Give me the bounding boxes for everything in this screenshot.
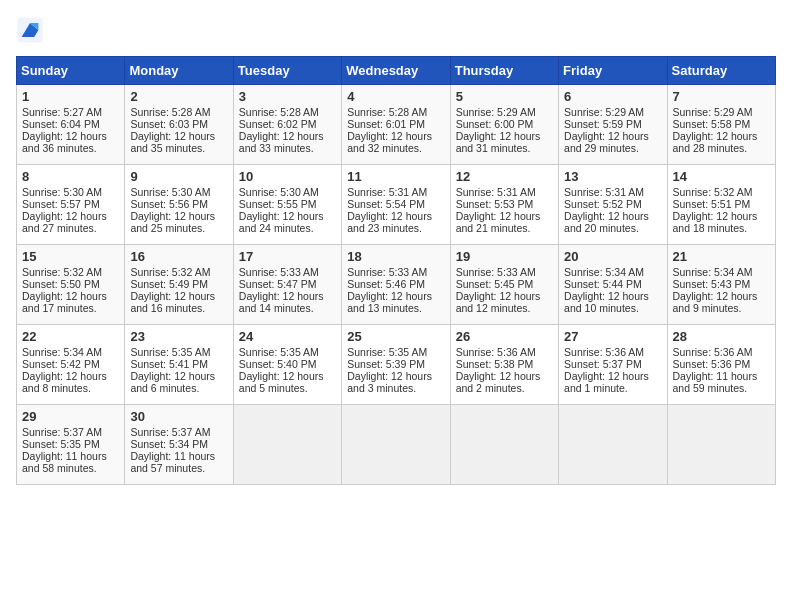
cell-line: Daylight: 12 hours	[456, 370, 553, 382]
day-number: 20	[564, 249, 661, 264]
cell-line: Sunset: 5:52 PM	[564, 198, 661, 210]
cell-line: and 17 minutes.	[22, 302, 119, 314]
cell-line: Sunrise: 5:28 AM	[239, 106, 336, 118]
day-number: 21	[673, 249, 770, 264]
cell-line: Daylight: 12 hours	[456, 210, 553, 222]
day-header-wednesday: Wednesday	[342, 57, 450, 85]
cell-line: Sunrise: 5:32 AM	[673, 186, 770, 198]
day-number: 26	[456, 329, 553, 344]
cell-line: Sunrise: 5:29 AM	[673, 106, 770, 118]
cell-line: Sunrise: 5:33 AM	[347, 266, 444, 278]
cell-line: Daylight: 12 hours	[239, 210, 336, 222]
cell-line: Sunrise: 5:35 AM	[130, 346, 227, 358]
cell-line: and 10 minutes.	[564, 302, 661, 314]
calendar-cell: 22Sunrise: 5:34 AMSunset: 5:42 PMDayligh…	[17, 325, 125, 405]
cell-line: Sunset: 5:51 PM	[673, 198, 770, 210]
calendar-cell: 11Sunrise: 5:31 AMSunset: 5:54 PMDayligh…	[342, 165, 450, 245]
calendar-cell: 26Sunrise: 5:36 AMSunset: 5:38 PMDayligh…	[450, 325, 558, 405]
cell-line: Daylight: 12 hours	[564, 130, 661, 142]
calendar-cell: 3Sunrise: 5:28 AMSunset: 6:02 PMDaylight…	[233, 85, 341, 165]
cell-line: and 27 minutes.	[22, 222, 119, 234]
cell-line: Daylight: 12 hours	[130, 370, 227, 382]
day-number: 8	[22, 169, 119, 184]
cell-line: Sunrise: 5:35 AM	[347, 346, 444, 358]
calendar-cell	[667, 405, 775, 485]
cell-line: Sunset: 6:02 PM	[239, 118, 336, 130]
cell-line: Sunrise: 5:36 AM	[456, 346, 553, 358]
day-number: 27	[564, 329, 661, 344]
cell-line: Sunset: 5:39 PM	[347, 358, 444, 370]
cell-line: and 57 minutes.	[130, 462, 227, 474]
day-number: 5	[456, 89, 553, 104]
day-number: 2	[130, 89, 227, 104]
cell-line: Sunrise: 5:28 AM	[130, 106, 227, 118]
day-header-monday: Monday	[125, 57, 233, 85]
logo	[16, 16, 48, 44]
cell-line: Sunset: 5:58 PM	[673, 118, 770, 130]
cell-line: Sunrise: 5:29 AM	[456, 106, 553, 118]
cell-line: Daylight: 12 hours	[130, 290, 227, 302]
calendar-cell: 29Sunrise: 5:37 AMSunset: 5:35 PMDayligh…	[17, 405, 125, 485]
day-number: 12	[456, 169, 553, 184]
cell-line: Sunset: 5:45 PM	[456, 278, 553, 290]
cell-line: Sunset: 5:44 PM	[564, 278, 661, 290]
cell-line: and 28 minutes.	[673, 142, 770, 154]
day-number: 17	[239, 249, 336, 264]
cell-line: Sunset: 5:43 PM	[673, 278, 770, 290]
cell-line: Sunset: 5:47 PM	[239, 278, 336, 290]
cell-line: Daylight: 12 hours	[673, 290, 770, 302]
day-header-thursday: Thursday	[450, 57, 558, 85]
cell-line: and 2 minutes.	[456, 382, 553, 394]
calendar-cell: 14Sunrise: 5:32 AMSunset: 5:51 PMDayligh…	[667, 165, 775, 245]
calendar-cell: 24Sunrise: 5:35 AMSunset: 5:40 PMDayligh…	[233, 325, 341, 405]
cell-line: and 18 minutes.	[673, 222, 770, 234]
cell-line: and 23 minutes.	[347, 222, 444, 234]
cell-line: and 32 minutes.	[347, 142, 444, 154]
day-number: 1	[22, 89, 119, 104]
day-number: 23	[130, 329, 227, 344]
cell-line: and 35 minutes.	[130, 142, 227, 154]
cell-line: Daylight: 12 hours	[564, 370, 661, 382]
calendar-cell	[233, 405, 341, 485]
cell-line: Daylight: 12 hours	[347, 370, 444, 382]
calendar-cell: 1Sunrise: 5:27 AMSunset: 6:04 PMDaylight…	[17, 85, 125, 165]
cell-line: Sunset: 5:37 PM	[564, 358, 661, 370]
cell-line: Daylight: 12 hours	[130, 210, 227, 222]
day-number: 3	[239, 89, 336, 104]
cell-line: Sunrise: 5:35 AM	[239, 346, 336, 358]
cell-line: Daylight: 12 hours	[347, 210, 444, 222]
cell-line: Daylight: 11 hours	[130, 450, 227, 462]
calendar-header-row: SundayMondayTuesdayWednesdayThursdayFrid…	[17, 57, 776, 85]
cell-line: Daylight: 12 hours	[564, 210, 661, 222]
cell-line: and 24 minutes.	[239, 222, 336, 234]
cell-line: Daylight: 12 hours	[130, 130, 227, 142]
calendar-week-3: 22Sunrise: 5:34 AMSunset: 5:42 PMDayligh…	[17, 325, 776, 405]
cell-line: Daylight: 12 hours	[22, 210, 119, 222]
calendar-cell: 21Sunrise: 5:34 AMSunset: 5:43 PMDayligh…	[667, 245, 775, 325]
cell-line: and 20 minutes.	[564, 222, 661, 234]
day-number: 22	[22, 329, 119, 344]
calendar-cell: 6Sunrise: 5:29 AMSunset: 5:59 PMDaylight…	[559, 85, 667, 165]
cell-line: Sunrise: 5:31 AM	[564, 186, 661, 198]
day-number: 30	[130, 409, 227, 424]
cell-line: and 58 minutes.	[22, 462, 119, 474]
cell-line: Daylight: 11 hours	[22, 450, 119, 462]
calendar-cell	[342, 405, 450, 485]
cell-line: Sunrise: 5:34 AM	[564, 266, 661, 278]
day-header-tuesday: Tuesday	[233, 57, 341, 85]
cell-line: Sunset: 5:38 PM	[456, 358, 553, 370]
cell-line: Daylight: 11 hours	[673, 370, 770, 382]
cell-line: Daylight: 12 hours	[347, 130, 444, 142]
page-header	[16, 16, 776, 44]
cell-line: Sunrise: 5:30 AM	[239, 186, 336, 198]
cell-line: Sunrise: 5:37 AM	[130, 426, 227, 438]
cell-line: Sunrise: 5:32 AM	[130, 266, 227, 278]
calendar-cell: 8Sunrise: 5:30 AMSunset: 5:57 PMDaylight…	[17, 165, 125, 245]
calendar-cell	[450, 405, 558, 485]
calendar-cell: 23Sunrise: 5:35 AMSunset: 5:41 PMDayligh…	[125, 325, 233, 405]
calendar-cell: 10Sunrise: 5:30 AMSunset: 5:55 PMDayligh…	[233, 165, 341, 245]
day-number: 7	[673, 89, 770, 104]
calendar-cell: 9Sunrise: 5:30 AMSunset: 5:56 PMDaylight…	[125, 165, 233, 245]
calendar-cell: 15Sunrise: 5:32 AMSunset: 5:50 PMDayligh…	[17, 245, 125, 325]
cell-line: Sunset: 5:59 PM	[564, 118, 661, 130]
